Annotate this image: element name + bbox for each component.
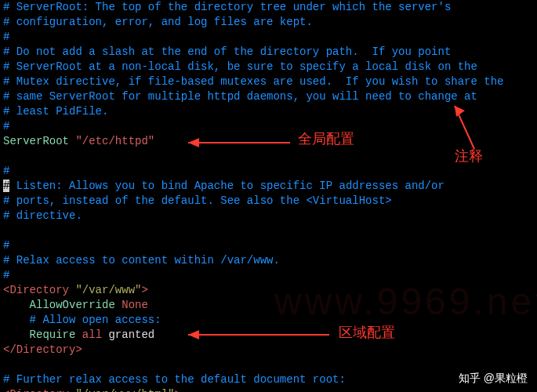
code-line: # ServerRoot at a non-local disk, be sur… [0, 60, 537, 74]
code-line: # directive. [0, 209, 537, 223]
code-line: # [0, 30, 537, 45]
directory-keyword: <Directory [3, 284, 69, 296]
code-line: # [0, 119, 537, 134]
comment-text: # Allow open access: [30, 314, 161, 326]
code-line: # Mutex directive, if file-based mutexes… [0, 74, 537, 89]
directory-path: "/var/www/html" [69, 388, 174, 392]
require-granted: granted [108, 328, 154, 341]
directory-close-tag: </Directory> [0, 343, 537, 358]
code-line: ServerRoot "/etc/httpd" [0, 134, 537, 149]
code-line: # Allow open access: [0, 313, 537, 328]
tag-close: > [141, 284, 147, 296]
require-all: all [82, 328, 102, 341]
code-line: # [0, 268, 537, 283]
code-line: # configuration, error, and log files ar… [0, 15, 537, 30]
zhihu-credit: 知乎 @果粒橙 [459, 371, 528, 386]
closing-tag: </Directory> [3, 343, 82, 356]
terminal-editor[interactable]: # ServerRoot: The top of the directory t… [0, 0, 537, 392]
code-line: # [0, 164, 537, 179]
code-line: # Listen: Allows you to bind Apache to s… [0, 179, 537, 194]
blank-line [0, 149, 537, 164]
code-line: # [0, 238, 537, 253]
directory-open-tag: <Directory "/var/www"> [0, 283, 537, 298]
comment-text: Listen: Allows you to bind Apache to spe… [9, 180, 444, 192]
blank-line [0, 223, 537, 238]
require-keyword: Require [30, 328, 76, 341]
code-line: # ports, instead of the default. See als… [0, 194, 537, 209]
code-line: # least PidFile. [0, 104, 537, 119]
server-root-keyword: ServerRoot [3, 135, 69, 147]
code-line: # same ServerRoot for multiple httpd dae… [0, 89, 537, 104]
code-line: Require all granted [0, 328, 537, 343]
code-line: AllowOverride None [0, 298, 537, 313]
directory-path: "/var/www" [69, 284, 141, 296]
code-line: # Do not add a slash at the end of the d… [0, 45, 537, 60]
allow-override-value: None [122, 299, 148, 311]
server-root-value: "/etc/httpd" [75, 135, 154, 147]
code-line: # ServerRoot: The top of the directory t… [0, 0, 537, 15]
allow-override-keyword: AllowOverride [30, 299, 115, 311]
tag-close: > [174, 388, 180, 392]
code-line: # Relax access to content within /var/ww… [0, 253, 537, 268]
directory-open-tag: <Directory "/var/www/html"> [0, 387, 537, 392]
directory-keyword: <Directory [3, 388, 69, 392]
blank-line [0, 358, 537, 372]
code-line: # Further relax access to the default do… [0, 372, 537, 387]
